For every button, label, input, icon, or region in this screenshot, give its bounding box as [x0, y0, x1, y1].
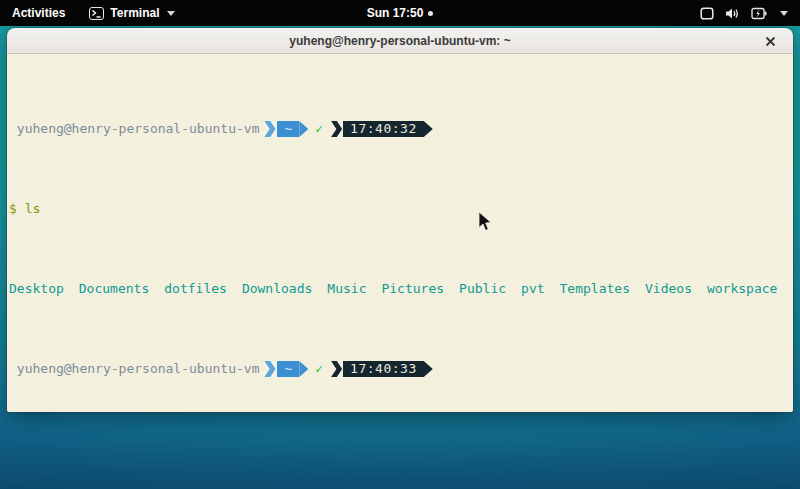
powerline-chevron-icon — [331, 121, 342, 137]
directory-name: Downloads — [242, 281, 312, 297]
prompt-line-2: yuheng@henry-personal-ubuntu-vm ~ ✓ 17:4… — [9, 361, 791, 377]
clock-button[interactable]: Sun 17:50 — [367, 6, 424, 20]
terminal-icon — [89, 7, 104, 20]
prompt-time-segment: 17:40:33 — [343, 361, 424, 377]
directory-name: workspace — [707, 281, 777, 297]
app-menu-label: Terminal — [110, 6, 159, 20]
powerline-tip-icon — [299, 361, 308, 377]
ls-output-line: Desktop Documents dotfiles Downloads Mus… — [9, 281, 791, 297]
terminal-pane[interactable]: yuheng@henry-personal-ubuntu-vm ~ ✓ 17:4… — [7, 54, 793, 412]
command-line: $ ls — [9, 201, 791, 217]
directory-name: Music — [327, 281, 366, 297]
powerline-chevron-icon — [264, 361, 275, 377]
directory-name: Public — [459, 281, 506, 297]
powerline-tip-icon — [299, 121, 308, 137]
prompt-line-1: yuheng@henry-personal-ubuntu-vm ~ ✓ 17:4… — [9, 121, 791, 137]
activities-button[interactable]: Activities — [0, 0, 79, 26]
status-check-icon: ✓ — [315, 121, 323, 137]
powerline-chevron-icon — [264, 121, 275, 137]
directory-name: Videos — [645, 281, 692, 297]
top-bar: Activities Terminal Sun 17:50 — [0, 0, 800, 26]
directory-name: Desktop — [9, 281, 64, 297]
close-button[interactable] — [760, 28, 780, 54]
directory-name: pvt — [521, 281, 544, 297]
prompt-cwd-segment: ~ — [277, 361, 299, 377]
directory-name: Documents — [79, 281, 149, 297]
directory-name: Pictures — [381, 281, 444, 297]
window-titlebar[interactable]: yuheng@henry-personal-ubuntu-vm: ~ — [7, 28, 793, 54]
close-icon — [765, 36, 776, 47]
terminal-window: yuheng@henry-personal-ubuntu-vm: ~ yuhen… — [7, 28, 793, 412]
directory-name: Templates — [560, 281, 630, 297]
prompt-user: yuheng@henry-personal-ubuntu-vm — [9, 121, 259, 137]
screen-icon — [700, 7, 714, 20]
directory-name: dotfiles — [164, 281, 227, 297]
system-tray[interactable] — [700, 0, 800, 26]
prompt-user: yuheng@henry-personal-ubuntu-vm — [9, 361, 259, 377]
powerline-tip-icon — [424, 121, 433, 137]
window-title: yuheng@henry-personal-ubuntu-vm: ~ — [7, 34, 793, 48]
prompt-time-segment: 17:40:32 — [343, 121, 424, 137]
powerline-chevron-icon — [331, 361, 342, 377]
chevron-down-icon — [780, 11, 788, 16]
prompt-char: $ — [9, 201, 17, 217]
status-check-icon: ✓ — [315, 361, 323, 377]
app-menu-button[interactable]: Terminal — [79, 0, 185, 26]
powerline-tip-icon — [424, 361, 433, 377]
dropdown-caret-icon — [167, 11, 175, 16]
prompt-cwd-segment: ~ — [277, 121, 299, 137]
notification-dot — [428, 11, 433, 16]
volume-icon — [725, 7, 740, 20]
command-text: ls — [25, 201, 41, 217]
activities-label: Activities — [12, 6, 65, 20]
battery-charging-icon — [751, 7, 767, 20]
